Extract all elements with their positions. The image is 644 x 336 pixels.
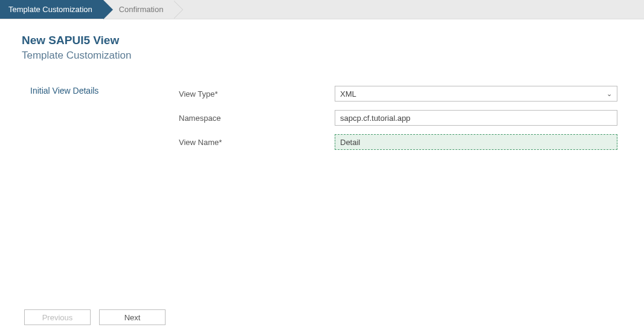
label-namespace: Namespace bbox=[179, 114, 335, 123]
content-area: New SAPUI5 View Template Customization I… bbox=[0, 19, 644, 158]
page-title: New SAPUI5 View bbox=[22, 34, 632, 47]
wizard-step-label: Confirmation bbox=[119, 5, 164, 14]
label-view-name: View Name* bbox=[179, 138, 335, 147]
previous-button[interactable]: Previous bbox=[24, 309, 91, 325]
wizard-step-confirmation[interactable]: Confirmation bbox=[103, 0, 175, 19]
wizard-steps-bar: Template Customization Confirmation bbox=[0, 0, 644, 19]
wizard-step-template-customization[interactable]: Template Customization bbox=[0, 0, 103, 19]
form-row-view-type: View Type* XML ⌄ bbox=[179, 86, 617, 102]
view-type-select[interactable]: XML ⌄ bbox=[335, 86, 617, 102]
view-name-input[interactable] bbox=[335, 134, 617, 150]
wizard-step-label: Template Customization bbox=[8, 5, 92, 14]
control-view-name bbox=[335, 134, 617, 150]
form-row-view-name: View Name* bbox=[179, 134, 617, 150]
control-namespace bbox=[335, 110, 617, 126]
label-view-type: View Type* bbox=[179, 89, 335, 99]
form-rows: View Type* XML ⌄ Namespace View Name* bbox=[179, 86, 632, 158]
next-button[interactable]: Next bbox=[99, 309, 166, 325]
chevron-down-icon: ⌄ bbox=[607, 90, 612, 98]
form-area: Initial View Details View Type* XML ⌄ Na… bbox=[22, 86, 632, 158]
namespace-input[interactable] bbox=[335, 110, 617, 126]
page-subtitle: Template Customization bbox=[22, 50, 632, 62]
view-type-value: XML bbox=[340, 89, 356, 99]
control-view-type: XML ⌄ bbox=[335, 86, 617, 102]
section-title: Initial View Details bbox=[22, 86, 179, 158]
form-row-namespace: Namespace bbox=[179, 110, 617, 126]
footer-buttons: Previous Next bbox=[24, 309, 166, 325]
